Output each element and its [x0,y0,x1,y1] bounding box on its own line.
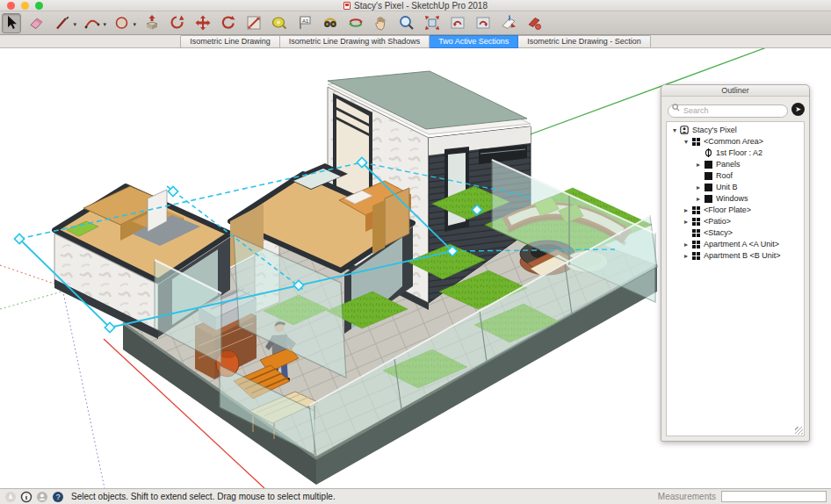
orbit-tool-button[interactable] [346,13,365,33]
component-icon [690,138,701,146]
walk-icon [322,14,339,32]
disclosure-triangle-icon[interactable] [694,195,703,203]
outliner-item-apartment-a[interactable]: Apartment A <A Unit> [667,239,804,250]
outliner-item-panels[interactable]: Panels [667,159,804,170]
arc-tool-button[interactable] [83,13,102,33]
push-pull-icon [143,14,161,32]
status-message: Select objects. Shift to extend select. … [71,492,654,501]
component-icon [690,229,701,237]
disclosure-triangle-icon[interactable] [682,206,690,214]
zoom-icon [398,14,416,32]
model-icon [679,126,690,134]
status-bar: ? Select objects. Shift to extend select… [0,488,831,504]
pan-hand-icon [372,14,390,32]
outliner-search-input[interactable] [668,104,788,118]
select-tool-button[interactable] [2,13,21,33]
tape-measure-tool-button[interactable] [270,13,289,33]
outliner-item-patio[interactable]: <Patio> [667,216,804,227]
outliner-item-label: Apartment B <B Unit> [704,251,781,260]
component-icon [690,241,701,248]
rotate-tool-button[interactable] [219,13,238,33]
move-tool-button[interactable] [193,13,213,33]
push-pull-tool-button[interactable] [142,13,162,33]
zoom-extents-tool-button[interactable] [423,13,442,33]
title-bar: Stacy's Pixel - SketchUp Pro 2018 [0,0,831,11]
outliner-item-label: Stacy's Pixel [692,126,737,134]
outliner-item-floor-plate[interactable]: <Floor Plate> [667,205,804,216]
scene-tab-two-active-sections[interactable]: Two Active Sections [430,35,518,48]
svg-text:A1: A1 [302,18,309,24]
component-icon [690,206,701,214]
outliner-item-common-area[interactable]: <Common Area> [667,136,804,148]
select-icon [3,14,20,32]
scale-icon [245,14,263,32]
outliner-item-label: 1st Floor : A2 [716,148,762,157]
measurements-input[interactable] [721,491,827,502]
disclosure-triangle-icon[interactable] [682,138,690,146]
outliner-item-label: Apartment A <A Unit> [704,240,779,248]
disclosure-triangle-icon[interactable] [682,218,690,226]
outliner-item-label: Roof [716,171,733,180]
scene-tab-isometric-line-drawing[interactable]: Isometric Line Drawing [180,35,280,48]
shapes-tool-button[interactable] [112,13,132,33]
outliner-item-roof[interactable]: Roof [667,170,804,182]
eraser-tool-button[interactable] [27,13,47,33]
outliner-panel: Outliner ➤ Stacy's Pixel <Common Area> 1… [661,84,810,442]
outliner-item-apartment-b[interactable]: Apartment B <B Unit> [667,250,804,262]
tape-measure-icon [271,14,288,32]
previous-view-tool-button[interactable] [448,13,467,33]
follow-me-tool-button[interactable] [168,13,187,33]
section-plane-tool-button[interactable] [499,13,518,33]
outliner-tree: Stacy's Pixel <Common Area> 1st Floor : … [666,121,805,437]
section-display-tool-button[interactable] [524,13,544,33]
outliner-search-box [668,101,788,118]
account-button[interactable] [36,491,48,503]
next-view-tool-button[interactable] [473,13,493,33]
details-button[interactable]: ➤ [791,103,805,116]
group-icon [703,161,713,169]
disclosure-triangle-icon[interactable] [694,161,703,169]
disclosure-triangle-icon[interactable] [670,126,679,134]
user-icon [36,491,48,503]
scale-tool-button[interactable] [244,13,264,33]
outliner-item-label: <Common Area> [704,137,763,146]
orbit-icon [347,14,365,32]
help-button[interactable]: ? [52,491,64,503]
outliner-item-label: Unit B [716,183,738,191]
component-icon [690,218,701,226]
walk-tool-button[interactable] [321,13,340,33]
zoom-tool-button[interactable] [397,13,416,33]
outliner-item-windows[interactable]: Windows [667,193,804,205]
scene-tab-isometric-line-drawing-with-shadows[interactable]: Isometric Line Drawing with Shadows [280,35,430,48]
arc-icon [83,14,101,32]
section-plane-icon [500,14,517,32]
outliner-item-stacy[interactable]: <Stacy> [667,227,804,239]
outliner-item-1st-floor[interactable]: 1st Floor : A2 [667,148,804,159]
text-tool-button[interactable]: A1 [295,13,314,33]
line-tool-button[interactable] [53,13,72,33]
section-display-icon [525,14,543,32]
outliner-panel-title[interactable]: Outliner [661,85,809,97]
info-circle-icon [20,491,33,503]
rotate-icon [220,14,237,32]
disclosure-triangle-icon[interactable] [682,252,690,260]
next-view-icon [474,14,492,32]
outliner-item-unit-b[interactable]: Unit B [667,182,804,193]
pan-tool-button[interactable] [372,13,391,33]
outliner-item-label: <Floor Plate> [704,205,751,214]
disclosure-triangle-icon[interactable] [682,241,690,248]
search-icon [672,104,680,112]
geolocate-button[interactable] [4,491,17,503]
group-icon [703,172,713,180]
outliner-item-label: Panels [716,160,741,169]
outliner-item-model[interactable]: Stacy's Pixel [667,125,804,136]
follow-me-icon [169,14,186,32]
scene-tab-isometric-line-drawing-section[interactable]: Isometric Line Drawing - Section [518,35,651,48]
disclosure-triangle-icon[interactable] [694,184,703,191]
text-icon: A1 [296,14,314,32]
measurements-label: Measurements [658,492,716,501]
geolocate-icon [4,491,17,503]
scene-tabs-bar: Isometric Line Drawing Isometric Line Dr… [0,35,831,48]
credits-button[interactable] [20,491,33,503]
panel-resize-grip[interactable] [795,427,803,435]
